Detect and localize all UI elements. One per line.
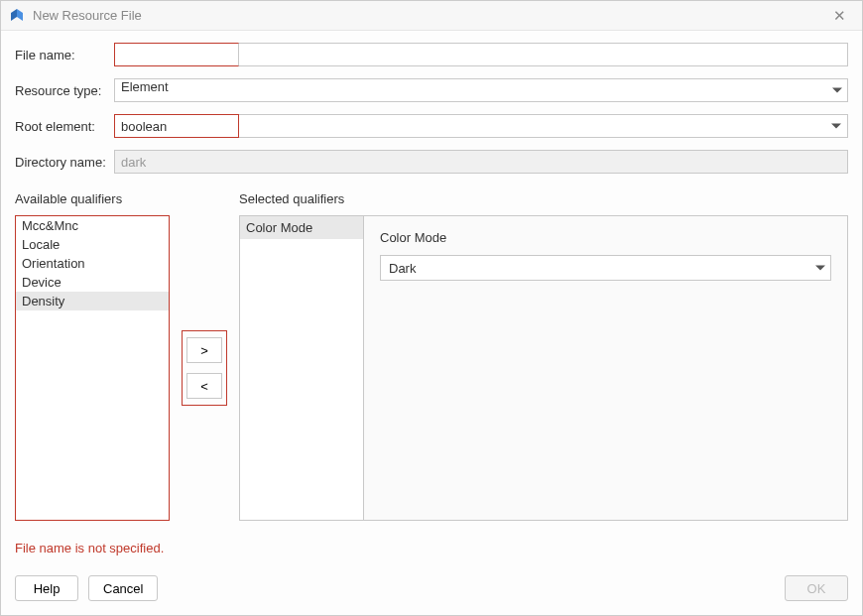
help-button[interactable]: Help <box>15 575 78 601</box>
selected-header: Selected qualifiers <box>239 191 848 209</box>
titlebar: New Resource File ✕ <box>1 1 862 31</box>
qualifier-detail-panel: Color Mode Dark <box>364 215 848 521</box>
content-area: File name: Resource type: Element Root e… <box>1 31 862 565</box>
available-item[interactable]: Device <box>16 273 169 292</box>
detail-label: Color Mode <box>380 230 831 245</box>
selected-item[interactable]: Color Mode <box>240 216 363 239</box>
move-left-button[interactable]: < <box>186 373 222 399</box>
ok-button[interactable]: OK <box>785 575 848 601</box>
row-resourcetype: Resource type: Element <box>15 78 848 102</box>
row-directory: Directory name: <box>15 150 848 174</box>
available-item[interactable]: Orientation <box>16 254 169 273</box>
arrow-column: > < <box>180 215 229 521</box>
row-filename: File name: <box>15 43 848 66</box>
move-right-button[interactable]: > <box>186 337 222 363</box>
directory-input <box>114 150 848 174</box>
arrow-button-group: > < <box>182 330 227 406</box>
resourcetype-select[interactable]: Element <box>114 78 848 102</box>
filename-label: File name: <box>15 48 114 62</box>
directory-label: Directory name: <box>15 155 114 170</box>
detail-select-value: Dark <box>389 261 416 276</box>
available-header: Available qualifiers <box>15 191 170 209</box>
available-item[interactable]: Locale <box>16 235 169 254</box>
chevron-down-icon <box>831 124 841 129</box>
rootelement-value: boolean <box>121 119 167 134</box>
cancel-button[interactable]: Cancel <box>88 575 158 601</box>
close-icon[interactable]: ✕ <box>824 7 854 25</box>
footer: Help Cancel OK <box>1 565 862 615</box>
rootelement-select-extent[interactable] <box>239 114 848 138</box>
detail-select[interactable]: Dark <box>380 255 831 281</box>
resourcetype-label: Resource type: <box>15 83 114 98</box>
available-qualifiers-list[interactable]: Mcc&MncLocaleOrientationDeviceDensity <box>15 215 170 521</box>
filename-field-wrap <box>114 43 848 66</box>
filename-input-extent[interactable] <box>239 43 848 66</box>
filename-input[interactable] <box>114 43 239 66</box>
dialog-window: New Resource File ✕ File name: Resource … <box>0 0 863 616</box>
available-item[interactable]: Mcc&Mnc <box>16 216 169 235</box>
app-icon <box>9 8 25 24</box>
rootelement-input[interactable]: boolean <box>114 114 239 138</box>
rootelement-label: Root element: <box>15 119 114 134</box>
window-title: New Resource File <box>33 8 824 23</box>
row-rootelement: Root element: boolean <box>15 114 848 138</box>
resourcetype-select-wrap[interactable]: Element <box>114 78 848 102</box>
error-message: File name is not specified. <box>15 541 848 555</box>
detail-select-wrap[interactable]: Dark <box>380 255 831 281</box>
selected-column: Selected qualifiers Color Mode Color Mod… <box>239 191 848 527</box>
available-column: Available qualifiers Mcc&MncLocaleOrient… <box>15 191 170 527</box>
rootelement-field-wrap: boolean <box>114 114 848 138</box>
available-item[interactable]: Density <box>16 292 169 310</box>
selected-qualifiers-list[interactable]: Color Mode <box>239 215 364 521</box>
qualifiers-area: Available qualifiers Mcc&MncLocaleOrient… <box>15 191 848 527</box>
